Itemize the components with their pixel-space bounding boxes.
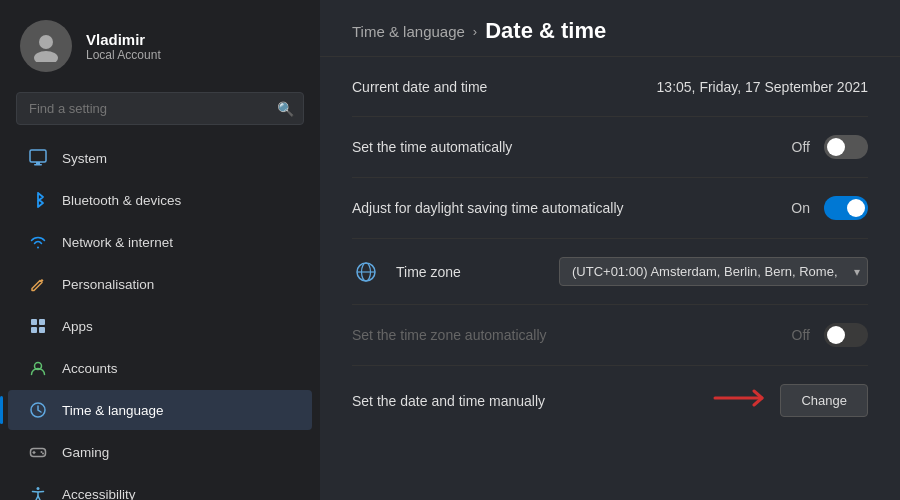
setting-label-daylight-saving: Adjust for daylight saving time automati…: [352, 200, 624, 216]
change-button[interactable]: Change: [780, 384, 868, 417]
setting-label-current-datetime: Current date and time: [352, 79, 487, 95]
setting-text-set-manual: Set the date and time manually: [352, 393, 545, 409]
gaming-icon: [28, 442, 48, 462]
setting-text-daylight-saving: Adjust for daylight saving time automati…: [352, 200, 624, 216]
svg-point-1: [34, 51, 58, 62]
timezone-icon: [352, 258, 380, 286]
search-icon: 🔍: [277, 101, 294, 117]
toggle-thumb-daylight-saving: [847, 199, 865, 217]
svg-point-0: [39, 35, 53, 49]
sidebar-item-time-language[interactable]: Time & language: [8, 390, 312, 430]
sidebar-item-bluetooth[interactable]: Bluetooth & devices: [8, 180, 312, 220]
toggle-thumb-set-time-auto: [827, 138, 845, 156]
sidebar-item-label-time-language: Time & language: [62, 403, 164, 418]
toggle-status-set-timezone-auto: Off: [792, 327, 810, 343]
setting-value-set-manual: Change: [710, 384, 868, 417]
setting-info-current-datetime: 13:05, Friday, 17 September 2021: [657, 79, 868, 95]
sidebar-item-apps[interactable]: Apps: [8, 306, 312, 346]
apps-icon: [28, 316, 48, 336]
toggle-daylight-saving[interactable]: [824, 196, 868, 220]
user-info: Vladimir Local Account: [86, 31, 161, 62]
sidebar-item-network[interactable]: Network & internet: [8, 222, 312, 262]
setting-row-timezone: Time zone(UTC+01:00) Amsterdam, Berlin, …: [352, 239, 868, 305]
time-language-icon: [28, 400, 48, 420]
breadcrumb-chevron: ›: [473, 24, 477, 39]
arrow-right-icon: [710, 387, 770, 415]
sidebar-item-label-personalisation: Personalisation: [62, 277, 154, 292]
setting-row-daylight-saving: Adjust for daylight saving time automati…: [352, 178, 868, 239]
toggle-track-daylight-saving: [824, 196, 868, 220]
setting-row-set-manual: Set the date and time manuallyChange: [352, 366, 868, 435]
setting-label-set-timezone-auto: Set the time zone automatically: [352, 327, 547, 343]
sidebar: Vladimir Local Account 🔍 SystemBluetooth…: [0, 0, 320, 500]
sidebar-item-label-system: System: [62, 151, 107, 166]
sidebar-item-label-network: Network & internet: [62, 235, 173, 250]
setting-value-set-time-auto[interactable]: Off: [792, 135, 868, 159]
setting-label-set-time-auto: Set the time automatically: [352, 139, 512, 155]
setting-value-current-datetime: 13:05, Friday, 17 September 2021: [657, 79, 868, 95]
breadcrumb-parent: Time & language: [352, 23, 465, 40]
setting-text-set-time-auto: Set the time automatically: [352, 139, 512, 155]
sidebar-item-label-bluetooth: Bluetooth & devices: [62, 193, 181, 208]
sidebar-item-personalisation[interactable]: Personalisation: [8, 264, 312, 304]
avatar: [20, 20, 72, 72]
setting-text-timezone: Time zone: [396, 264, 461, 280]
breadcrumb-current: Date & time: [485, 18, 606, 44]
personalisation-icon: [28, 274, 48, 294]
sidebar-item-accessibility[interactable]: Accessibility: [8, 474, 312, 500]
toggle-status-daylight-saving: On: [791, 200, 810, 216]
svg-rect-2: [30, 150, 46, 162]
accounts-icon: [28, 358, 48, 378]
toggle-set-time-auto[interactable]: [824, 135, 868, 159]
setting-text-current-datetime: Current date and time: [352, 79, 487, 95]
svg-rect-6: [39, 319, 45, 325]
breadcrumb: Time & language › Date & time: [352, 18, 868, 44]
svg-rect-4: [36, 162, 40, 164]
sidebar-item-label-apps: Apps: [62, 319, 93, 334]
setting-row-set-timezone-auto: Set the time zone automaticallyOff: [352, 305, 868, 366]
timezone-select-wrapper[interactable]: (UTC+01:00) Amsterdam, Berlin, Bern, Rom…: [559, 257, 868, 286]
sidebar-item-gaming[interactable]: Gaming: [8, 432, 312, 472]
system-icon: [28, 148, 48, 168]
main-content: Time & language › Date & time Current da…: [320, 0, 900, 500]
accessibility-icon: [28, 484, 48, 500]
timezone-select[interactable]: (UTC+01:00) Amsterdam, Berlin, Bern, Rom…: [559, 257, 868, 286]
user-profile: Vladimir Local Account: [0, 0, 320, 88]
svg-rect-7: [31, 327, 37, 333]
sidebar-item-label-accounts: Accounts: [62, 361, 118, 376]
network-icon: [28, 232, 48, 252]
svg-point-13: [42, 453, 44, 455]
toggle-thumb-set-timezone-auto: [827, 326, 845, 344]
nav-list: SystemBluetooth & devicesNetwork & inter…: [0, 137, 320, 500]
settings-content: Current date and time13:05, Friday, 17 S…: [320, 57, 900, 500]
toggle-set-timezone-auto: [824, 323, 868, 347]
setting-label-timezone: Time zone: [352, 258, 461, 286]
setting-label-set-manual: Set the date and time manually: [352, 393, 545, 409]
sidebar-item-label-accessibility: Accessibility: [62, 487, 136, 501]
svg-rect-3: [34, 164, 42, 166]
sidebar-item-system[interactable]: System: [8, 138, 312, 178]
user-name: Vladimir: [86, 31, 161, 48]
svg-rect-5: [31, 319, 37, 325]
setting-row-current-datetime: Current date and time13:05, Friday, 17 S…: [352, 57, 868, 117]
sidebar-item-accounts[interactable]: Accounts: [8, 348, 312, 388]
setting-row-set-time-auto: Set the time automaticallyOff: [352, 117, 868, 178]
bluetooth-icon: [28, 190, 48, 210]
user-type: Local Account: [86, 48, 161, 62]
svg-point-12: [41, 451, 43, 453]
search-box: 🔍: [16, 92, 304, 125]
setting-value-daylight-saving[interactable]: On: [791, 196, 868, 220]
search-input[interactable]: [16, 92, 304, 125]
sidebar-item-label-gaming: Gaming: [62, 445, 109, 460]
page-header: Time & language › Date & time: [320, 0, 900, 57]
setting-text-set-timezone-auto: Set the time zone automatically: [352, 327, 547, 343]
toggle-track-set-timezone-auto: [824, 323, 868, 347]
setting-value-timezone[interactable]: (UTC+01:00) Amsterdam, Berlin, Bern, Rom…: [559, 257, 868, 286]
toggle-track-set-time-auto: [824, 135, 868, 159]
toggle-status-set-time-auto: Off: [792, 139, 810, 155]
svg-rect-8: [39, 327, 45, 333]
setting-value-set-timezone-auto[interactable]: Off: [792, 323, 868, 347]
svg-point-14: [37, 487, 40, 490]
